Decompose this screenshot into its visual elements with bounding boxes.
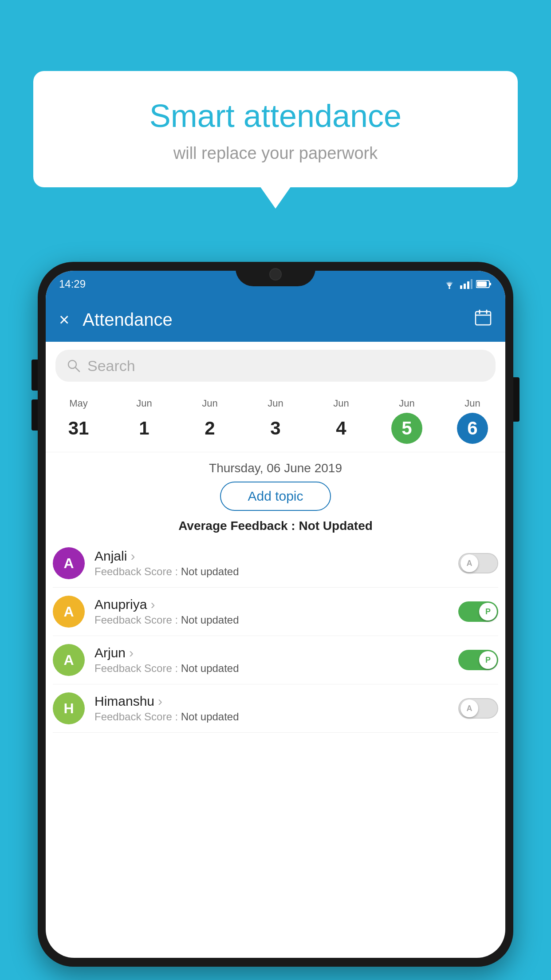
close-button[interactable]: ×	[59, 310, 69, 330]
cal-month: Jun	[374, 398, 440, 409]
phone-notch	[236, 262, 315, 286]
date-header: Thursday, 06 June 2019	[46, 452, 505, 482]
cal-date: 31	[63, 413, 94, 444]
student-feedback: Feedback Score : Not updated	[94, 565, 458, 578]
svg-rect-1	[460, 285, 462, 289]
student-avatar: A	[53, 547, 85, 579]
student-list: A Anjali Feedback Score : Not updated A …	[46, 539, 505, 733]
status-icons	[442, 279, 492, 289]
student-name: Himanshu	[94, 694, 458, 709]
calendar-day[interactable]: May 31	[46, 394, 111, 447]
student-item[interactable]: A Arjun Feedback Score : Not updated P	[53, 636, 498, 684]
student-feedback: Feedback Score : Not updated	[94, 662, 458, 675]
student-name: Anupriya	[94, 597, 458, 612]
wifi-icon	[442, 279, 457, 289]
student-item[interactable]: H Himanshu Feedback Score : Not updated …	[53, 684, 498, 733]
student-avatar: A	[53, 644, 85, 676]
avg-feedback-value: Not Updated	[299, 519, 372, 533]
avg-feedback-label: Average Feedback :	[178, 519, 295, 533]
svg-rect-6	[489, 283, 491, 285]
status-time: 14:29	[59, 278, 86, 290]
student-info: Anupriya Feedback Score : Not updated	[94, 597, 458, 626]
student-info: Himanshu Feedback Score : Not updated	[94, 694, 458, 723]
app-bar: × Attendance	[46, 297, 505, 342]
student-feedback: Feedback Score : Not updated	[94, 711, 458, 723]
svg-rect-4	[471, 279, 472, 289]
student-avatar: H	[53, 692, 85, 724]
cal-month: Jun	[243, 398, 308, 409]
cal-date: 2	[194, 413, 225, 444]
student-item[interactable]: A Anupriya Feedback Score : Not updated …	[53, 588, 498, 636]
svg-rect-3	[467, 281, 469, 289]
cal-month: Jun	[111, 398, 177, 409]
calendar-day[interactable]: Jun 2	[177, 394, 243, 447]
avg-feedback: Average Feedback : Not Updated	[46, 519, 505, 533]
phone-screen: 14:29	[46, 271, 505, 958]
volume-button-2	[31, 399, 38, 431]
student-info: Arjun Feedback Score : Not updated	[94, 645, 458, 675]
student-feedback: Feedback Score : Not updated	[94, 614, 458, 626]
svg-point-0	[449, 287, 450, 289]
attendance-toggle[interactable]: P	[458, 650, 498, 670]
search-bar[interactable]: Search	[55, 350, 496, 382]
speech-bubble: Smart attendance will replace your paper…	[33, 71, 518, 187]
phone-camera	[269, 268, 282, 281]
svg-rect-8	[476, 312, 491, 325]
calendar-day[interactable]: Jun 1	[111, 394, 177, 447]
calendar-strip: May 31 Jun 1 Jun 2 Jun 3 Jun 4 Jun 5 Jun…	[46, 390, 505, 452]
calendar-day[interactable]: Jun 5	[374, 394, 440, 447]
bubble-subtitle: will replace your paperwork	[55, 144, 496, 163]
calendar-day[interactable]: Jun 3	[243, 394, 308, 447]
cal-month: Jun	[177, 398, 243, 409]
app-title: Attendance	[83, 310, 474, 330]
attendance-toggle[interactable]: A	[458, 698, 498, 719]
svg-line-13	[75, 368, 79, 371]
search-placeholder: Search	[87, 357, 135, 375]
power-button	[513, 377, 520, 422]
cal-month: Jun	[440, 398, 505, 409]
student-avatar: A	[53, 596, 85, 628]
cal-date: 3	[260, 413, 291, 444]
student-name: Arjun	[94, 645, 458, 660]
volume-button	[31, 360, 38, 391]
cal-month: Jun	[308, 398, 374, 409]
cal-date: 6	[457, 413, 488, 444]
cal-date: 5	[391, 413, 422, 444]
add-topic-button[interactable]: Add topic	[220, 482, 331, 511]
search-icon	[66, 358, 81, 373]
attendance-toggle[interactable]: P	[458, 601, 498, 622]
calendar-day[interactable]: Jun 6	[440, 394, 505, 447]
student-item[interactable]: A Anjali Feedback Score : Not updated A	[53, 539, 498, 588]
battery-icon	[476, 280, 492, 288]
signal-icon	[460, 279, 472, 289]
student-name: Anjali	[94, 549, 458, 564]
cal-month: May	[46, 398, 111, 409]
cal-date: 1	[129, 413, 160, 444]
phone-frame: 14:29	[38, 262, 513, 967]
student-info: Anjali Feedback Score : Not updated	[94, 549, 458, 578]
cal-date: 4	[326, 413, 357, 444]
bubble-title: Smart attendance	[55, 98, 496, 134]
attendance-toggle[interactable]: A	[458, 553, 498, 573]
calendar-day[interactable]: Jun 4	[308, 394, 374, 447]
calendar-button[interactable]	[474, 309, 492, 331]
svg-rect-2	[464, 284, 466, 289]
svg-rect-7	[477, 281, 487, 287]
